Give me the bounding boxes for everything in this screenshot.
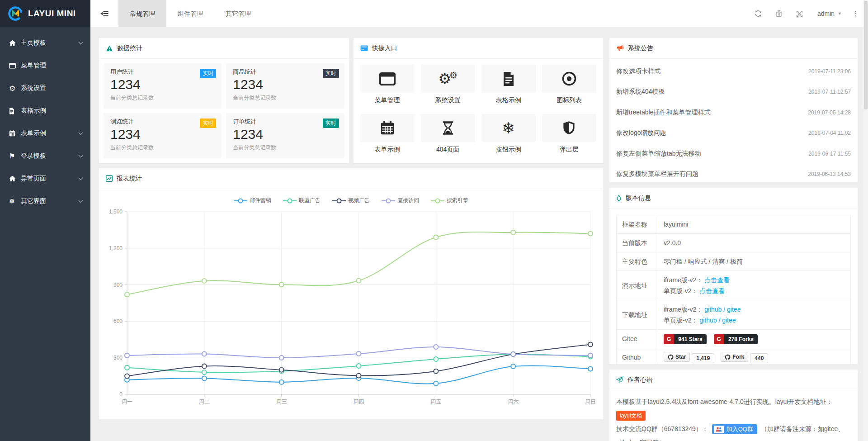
legend-item[interactable]: 邮件营销: [234, 197, 271, 204]
layui-doc-badge[interactable]: layui文档: [616, 411, 646, 421]
user-dropdown[interactable]: admin ▼: [810, 0, 849, 27]
home-icon: [9, 40, 21, 46]
clear-cache-button[interactable]: [769, 0, 789, 27]
notice-item[interactable]: 修改选项卡样式 2019-07-11 23:06: [616, 61, 851, 82]
chevron-down-icon: [78, 132, 83, 135]
quick-item-popup-layer[interactable]: 弹出层: [542, 114, 596, 157]
notice-item[interactable]: 新增treetable插件和菜单管理样式 2019-07-05 14:28: [616, 102, 851, 123]
join-qq-group-button[interactable]: 加入QQ群: [712, 424, 757, 434]
panel-title: 快捷入口: [372, 44, 397, 52]
quick-item-table-example[interactable]: 表格示例: [481, 65, 536, 108]
row-label: 主要特色: [617, 252, 658, 271]
stat-title: 用户统计: [110, 68, 215, 76]
sidebar-item-table-example[interactable]: 表格示例: [0, 100, 90, 122]
notice-item[interactable]: 修复左侧菜单缩放tab无法移动 2019-06-17 11:55: [616, 143, 851, 164]
row-label: Github: [617, 348, 658, 367]
gitee-forks-badge[interactable]: G278 Forks: [714, 334, 758, 344]
stat-value: 1234: [110, 127, 215, 142]
sidebar-item-system-settings[interactable]: ⚙ 系统设置: [0, 77, 90, 100]
top-bar: 常规管理 组件管理 其它管理 admin ▼ ⋮: [90, 0, 868, 27]
stat-title: 浏览统计: [110, 118, 215, 126]
app-logo[interactable]: LAYUI MINI: [0, 0, 90, 27]
report-line-chart[interactable]: 03006009001,2001,500周一周二周三周四周五周六周日: [99, 205, 602, 410]
scrollbar-thumb[interactable]: [864, 1, 868, 109]
github-star-button[interactable]: Star: [664, 352, 690, 362]
quick-item-button-example[interactable]: ❄ 按钮示例: [481, 114, 536, 157]
quick-item-icon-list[interactable]: 图标列表: [542, 65, 596, 108]
legend-item[interactable]: 视频广告: [332, 197, 370, 204]
download-github-spa[interactable]: github: [699, 317, 717, 324]
notice-item[interactable]: 修复多模块菜单栏展开有问题 2019-06-13 14:53: [616, 164, 851, 185]
stat-card-views: 浏览统计 1234 当前分类总记录数 实时: [104, 113, 222, 158]
notice-item[interactable]: 新增系统404模板 2019-07-11 12:57: [616, 82, 851, 103]
svg-text:600: 600: [113, 318, 123, 324]
github-fork-count[interactable]: 440: [750, 353, 768, 363]
sidebar-item-error-pages[interactable]: 异常页面: [0, 167, 90, 190]
sidebar-item-label: 系统设置: [21, 84, 83, 92]
tab-general-management[interactable]: 常规管理: [118, 0, 166, 27]
panel-title: 数据统计: [117, 44, 142, 52]
fullscreen-button[interactable]: [789, 0, 810, 27]
legend-label: 直接访问: [397, 197, 419, 204]
svg-text:周三: 周三: [276, 398, 287, 405]
quick-item-form-example[interactable]: 表单示例: [360, 114, 415, 157]
scrollbar[interactable]: [863, 0, 868, 441]
app-title: LAYUI MINI: [28, 9, 76, 19]
sidebar-item-label: 表格示例: [21, 107, 83, 115]
demo-link-iframe[interactable]: 点击查看: [704, 276, 730, 284]
sidebar-collapse-button[interactable]: [90, 0, 118, 27]
svg-text:0: 0: [119, 391, 123, 398]
sidebar-item-home-template[interactable]: 主页模板: [0, 32, 90, 54]
status-badge: 实时: [200, 69, 216, 78]
dot-circle-icon: [542, 65, 596, 93]
panel-title: 版本信息: [626, 194, 651, 202]
download-gitee-spa[interactable]: gitee: [722, 317, 736, 324]
row-label: 演示地址: [617, 271, 658, 300]
refresh-button[interactable]: [748, 0, 769, 27]
legend-item[interactable]: 搜索引擎: [431, 197, 468, 204]
gitee-stars-badge[interactable]: G941 Stars: [664, 334, 707, 344]
file-text-icon: [9, 108, 21, 114]
stat-desc: 当前分类总记录数: [110, 144, 215, 152]
notice-item[interactable]: 修改logo缩放问题 2019-07-04 11:02: [616, 123, 851, 144]
download-github-iframe[interactable]: github: [704, 306, 722, 313]
sidebar-item-menu-management[interactable]: 菜单管理: [0, 54, 90, 77]
stat-value: 1234: [233, 77, 337, 92]
sidebar-item-other-pages[interactable]: ❄ 其它界面: [0, 190, 90, 213]
download-gitee-iframe[interactable]: gitee: [727, 306, 741, 313]
row-label: 下载地址: [617, 300, 658, 330]
quick-item-system-settings[interactable]: ⚙⚙ 系统设置: [421, 65, 475, 108]
github-badges: Star 1,419 Fork 440: [658, 348, 851, 367]
svg-text:周四: 周四: [354, 398, 364, 405]
stat-desc: 当前分类总记录数: [233, 144, 337, 152]
snowflake-icon: ❄: [481, 114, 536, 142]
legend-label: 联盟广告: [299, 197, 321, 204]
legend-item[interactable]: 联盟广告: [283, 197, 321, 204]
tab-other-management[interactable]: 其它管理: [214, 0, 262, 27]
data-statistics-panel: 数据统计 用户统计 1234 当前分类总记录数 实时 商品统计 1234 当前分…: [99, 38, 349, 163]
calendar-icon: [9, 130, 21, 137]
legend-marker-icon: [332, 198, 346, 204]
collapse-icon: [100, 10, 108, 17]
quick-item-menu-management[interactable]: 菜单管理: [360, 65, 415, 108]
github-fork-button[interactable]: Fork: [721, 352, 748, 362]
github-star-count[interactable]: 1,419: [692, 353, 714, 363]
window-icon: [360, 65, 415, 93]
top-right-actions: admin ▼ ⋮: [748, 0, 868, 27]
page-tabs: 常规管理 组件管理 其它管理: [118, 0, 262, 27]
sidebar-menu: 主页模板 菜单管理 ⚙ 系统设置 表格示例 表单示例 ⚑: [0, 27, 90, 213]
more-menu-button[interactable]: ⋮: [849, 0, 862, 27]
sidebar-item-login-template[interactable]: ⚑ 登录模板: [0, 145, 90, 167]
username: admin: [817, 10, 835, 17]
demo-link-spa[interactable]: 点击查看: [699, 287, 725, 294]
tab-component-management[interactable]: 组件管理: [166, 0, 214, 27]
quick-item-404-page[interactable]: 404页面: [421, 114, 475, 157]
svg-text:1,200: 1,200: [109, 245, 123, 251]
dashboard-page: LAYUI MINI 主页模板 菜单管理 ⚙ 系统设置 表格示例: [0, 0, 868, 441]
legend-item[interactable]: 直接访问: [382, 197, 419, 204]
author-words-panel: 作者心语 本模板基于layui2.5.4以及font-awesome-4.7.0…: [609, 369, 858, 441]
table-row: 框架名称 layuimini: [617, 215, 851, 234]
sidebar-item-label: 表单示例: [21, 129, 78, 138]
sidebar-item-form-example[interactable]: 表单示例: [0, 122, 90, 145]
vertical-dots-icon: ⋮: [852, 9, 859, 18]
